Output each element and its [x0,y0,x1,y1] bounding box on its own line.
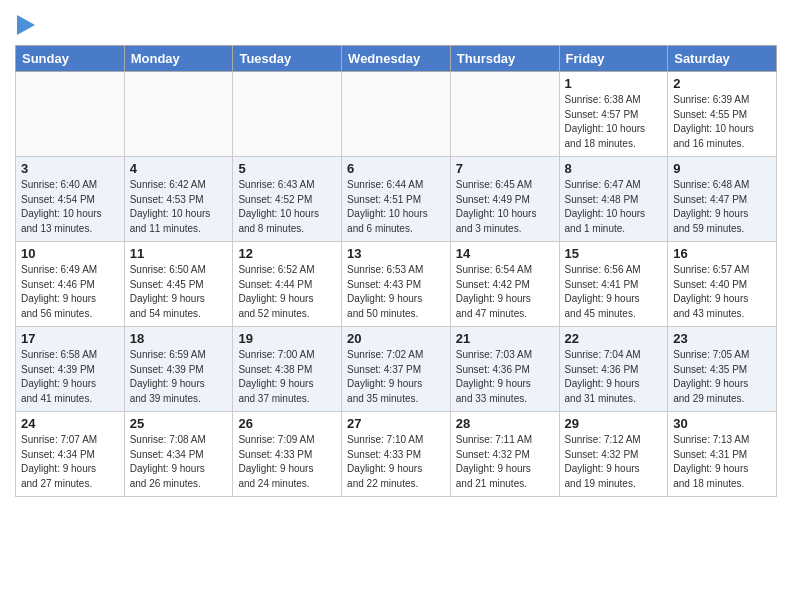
day-number: 6 [347,161,445,176]
day-number: 5 [238,161,336,176]
day-info: Sunrise: 6:45 AM Sunset: 4:49 PM Dayligh… [456,178,554,236]
day-info: Sunrise: 7:12 AM Sunset: 4:32 PM Dayligh… [565,433,663,491]
calendar-cell: 23Sunrise: 7:05 AM Sunset: 4:35 PM Dayli… [668,327,777,412]
weekday-header-sunday: Sunday [16,46,125,72]
day-number: 15 [565,246,663,261]
calendar-table: SundayMondayTuesdayWednesdayThursdayFrid… [15,45,777,497]
day-info: Sunrise: 7:11 AM Sunset: 4:32 PM Dayligh… [456,433,554,491]
day-number: 8 [565,161,663,176]
day-info: Sunrise: 7:13 AM Sunset: 4:31 PM Dayligh… [673,433,771,491]
day-info: Sunrise: 6:57 AM Sunset: 4:40 PM Dayligh… [673,263,771,321]
calendar-header: SundayMondayTuesdayWednesdayThursdayFrid… [16,46,777,72]
day-number: 22 [565,331,663,346]
day-number: 23 [673,331,771,346]
page-container: SundayMondayTuesdayWednesdayThursdayFrid… [0,0,792,507]
calendar-week-3: 10Sunrise: 6:49 AM Sunset: 4:46 PM Dayli… [16,242,777,327]
day-number: 24 [21,416,119,431]
calendar-cell: 27Sunrise: 7:10 AM Sunset: 4:33 PM Dayli… [342,412,451,497]
day-info: Sunrise: 6:42 AM Sunset: 4:53 PM Dayligh… [130,178,228,236]
day-info: Sunrise: 6:53 AM Sunset: 4:43 PM Dayligh… [347,263,445,321]
day-number: 9 [673,161,771,176]
logo [15,15,35,35]
calendar-cell: 20Sunrise: 7:02 AM Sunset: 4:37 PM Dayli… [342,327,451,412]
logo-line [15,15,35,35]
calendar-cell: 29Sunrise: 7:12 AM Sunset: 4:32 PM Dayli… [559,412,668,497]
day-number: 18 [130,331,228,346]
day-number: 12 [238,246,336,261]
day-number: 25 [130,416,228,431]
weekday-header-monday: Monday [124,46,233,72]
calendar-cell: 24Sunrise: 7:07 AM Sunset: 4:34 PM Dayli… [16,412,125,497]
day-info: Sunrise: 6:47 AM Sunset: 4:48 PM Dayligh… [565,178,663,236]
calendar-cell: 22Sunrise: 7:04 AM Sunset: 4:36 PM Dayli… [559,327,668,412]
weekday-header-row: SundayMondayTuesdayWednesdayThursdayFrid… [16,46,777,72]
day-info: Sunrise: 6:59 AM Sunset: 4:39 PM Dayligh… [130,348,228,406]
day-info: Sunrise: 7:00 AM Sunset: 4:38 PM Dayligh… [238,348,336,406]
day-number: 19 [238,331,336,346]
calendar-cell: 8Sunrise: 6:47 AM Sunset: 4:48 PM Daylig… [559,157,668,242]
calendar-cell: 28Sunrise: 7:11 AM Sunset: 4:32 PM Dayli… [450,412,559,497]
calendar-cell: 17Sunrise: 6:58 AM Sunset: 4:39 PM Dayli… [16,327,125,412]
calendar-cell: 30Sunrise: 7:13 AM Sunset: 4:31 PM Dayli… [668,412,777,497]
calendar-cell: 21Sunrise: 7:03 AM Sunset: 4:36 PM Dayli… [450,327,559,412]
calendar-cell: 26Sunrise: 7:09 AM Sunset: 4:33 PM Dayli… [233,412,342,497]
day-info: Sunrise: 7:05 AM Sunset: 4:35 PM Dayligh… [673,348,771,406]
logo-arrow-icon [17,15,35,35]
day-number: 17 [21,331,119,346]
day-info: Sunrise: 6:58 AM Sunset: 4:39 PM Dayligh… [21,348,119,406]
day-info: Sunrise: 6:52 AM Sunset: 4:44 PM Dayligh… [238,263,336,321]
calendar-cell: 11Sunrise: 6:50 AM Sunset: 4:45 PM Dayli… [124,242,233,327]
day-number: 10 [21,246,119,261]
day-number: 20 [347,331,445,346]
calendar-cell [16,72,125,157]
day-number: 14 [456,246,554,261]
page-header [15,15,777,35]
day-number: 26 [238,416,336,431]
calendar-cell: 6Sunrise: 6:44 AM Sunset: 4:51 PM Daylig… [342,157,451,242]
logo-text-block [15,15,35,35]
calendar-cell: 13Sunrise: 6:53 AM Sunset: 4:43 PM Dayli… [342,242,451,327]
calendar-cell: 4Sunrise: 6:42 AM Sunset: 4:53 PM Daylig… [124,157,233,242]
day-info: Sunrise: 6:40 AM Sunset: 4:54 PM Dayligh… [21,178,119,236]
day-number: 21 [456,331,554,346]
weekday-header-friday: Friday [559,46,668,72]
day-number: 11 [130,246,228,261]
day-info: Sunrise: 6:39 AM Sunset: 4:55 PM Dayligh… [673,93,771,151]
calendar-cell [450,72,559,157]
weekday-header-wednesday: Wednesday [342,46,451,72]
calendar-cell: 3Sunrise: 6:40 AM Sunset: 4:54 PM Daylig… [16,157,125,242]
day-info: Sunrise: 6:54 AM Sunset: 4:42 PM Dayligh… [456,263,554,321]
day-info: Sunrise: 7:10 AM Sunset: 4:33 PM Dayligh… [347,433,445,491]
calendar-cell [233,72,342,157]
day-number: 4 [130,161,228,176]
day-info: Sunrise: 6:38 AM Sunset: 4:57 PM Dayligh… [565,93,663,151]
day-info: Sunrise: 6:49 AM Sunset: 4:46 PM Dayligh… [21,263,119,321]
day-number: 29 [565,416,663,431]
calendar-week-4: 17Sunrise: 6:58 AM Sunset: 4:39 PM Dayli… [16,327,777,412]
weekday-header-tuesday: Tuesday [233,46,342,72]
day-info: Sunrise: 7:07 AM Sunset: 4:34 PM Dayligh… [21,433,119,491]
day-number: 1 [565,76,663,91]
weekday-header-saturday: Saturday [668,46,777,72]
calendar-cell: 12Sunrise: 6:52 AM Sunset: 4:44 PM Dayli… [233,242,342,327]
day-number: 2 [673,76,771,91]
calendar-cell: 25Sunrise: 7:08 AM Sunset: 4:34 PM Dayli… [124,412,233,497]
day-number: 3 [21,161,119,176]
day-info: Sunrise: 7:02 AM Sunset: 4:37 PM Dayligh… [347,348,445,406]
day-info: Sunrise: 7:04 AM Sunset: 4:36 PM Dayligh… [565,348,663,406]
weekday-header-thursday: Thursday [450,46,559,72]
calendar-week-2: 3Sunrise: 6:40 AM Sunset: 4:54 PM Daylig… [16,157,777,242]
calendar-week-1: 1Sunrise: 6:38 AM Sunset: 4:57 PM Daylig… [16,72,777,157]
calendar-cell: 5Sunrise: 6:43 AM Sunset: 4:52 PM Daylig… [233,157,342,242]
calendar-cell: 10Sunrise: 6:49 AM Sunset: 4:46 PM Dayli… [16,242,125,327]
day-number: 16 [673,246,771,261]
day-number: 27 [347,416,445,431]
calendar-cell: 18Sunrise: 6:59 AM Sunset: 4:39 PM Dayli… [124,327,233,412]
calendar-cell: 1Sunrise: 6:38 AM Sunset: 4:57 PM Daylig… [559,72,668,157]
day-number: 30 [673,416,771,431]
day-info: Sunrise: 7:09 AM Sunset: 4:33 PM Dayligh… [238,433,336,491]
day-info: Sunrise: 6:50 AM Sunset: 4:45 PM Dayligh… [130,263,228,321]
calendar-cell: 2Sunrise: 6:39 AM Sunset: 4:55 PM Daylig… [668,72,777,157]
day-number: 28 [456,416,554,431]
calendar-body: 1Sunrise: 6:38 AM Sunset: 4:57 PM Daylig… [16,72,777,497]
